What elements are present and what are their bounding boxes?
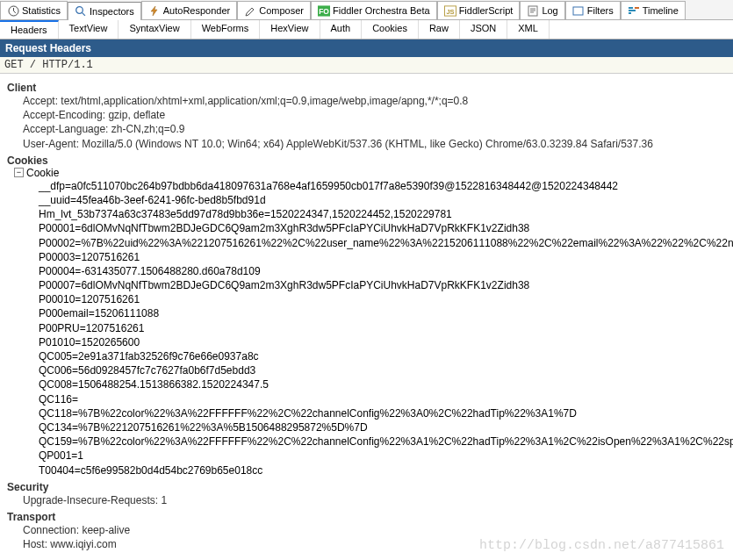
section-title: Request Headers — [0, 39, 733, 57]
cookie-item[interactable]: P00004=-631435077.1506488280.d60a78d109 — [39, 264, 726, 278]
cookie-item[interactable]: T00404=c5f6e99582b0d4d54bc2769b65e018cc — [39, 463, 726, 477]
tree-collapse-icon[interactable]: − — [14, 168, 24, 177]
subtab-auth[interactable]: Auth — [320, 20, 363, 39]
tab-inspectors[interactable]: Inspectors — [68, 2, 141, 20]
tab-filters[interactable]: Filters — [565, 1, 621, 19]
tab-label: Log — [542, 5, 557, 16]
cookie-item[interactable]: P00002=%7B%22uid%22%3A%221207516261%22%2… — [39, 236, 726, 250]
subtab-headers[interactable]: Headers — [0, 20, 59, 39]
cookie-item[interactable]: P00007=6dlOMvNqNfTbwm2BDJeGDC6Q9am2m3Xgh… — [39, 278, 726, 292]
header-line[interactable]: Accept: text/html,application/xhtml+xml,… — [7, 94, 726, 108]
tab-label: Filters — [587, 5, 614, 16]
header-line[interactable]: Host: www.iqiyi.com — [7, 537, 726, 551]
cookie-item[interactable]: P000email=15206111088 — [39, 306, 726, 320]
subtab-xml[interactable]: XML — [507, 20, 550, 39]
cookie-item[interactable]: QC008=1506488254.1513866382.1520224347.5 — [39, 377, 726, 391]
header-line[interactable]: Connection: keep-alive — [7, 523, 726, 537]
tab-timeline[interactable]: Timeline — [621, 1, 686, 19]
cookie-item[interactable]: QC006=56d0928457fc7c7627fa0b6f7d5ebdd3 — [39, 363, 726, 377]
tab-label: AutoResponder — [163, 5, 230, 16]
request-line: GET / HTTP/1.1 — [0, 57, 733, 74]
headers-panel: Client Accept: text/html,application/xht… — [0, 74, 733, 556]
group-client: Client — [7, 82, 726, 94]
cookie-item[interactable]: P00003=1207516261 — [39, 250, 726, 264]
cookie-item[interactable]: QC116= — [39, 392, 726, 406]
cookie-items: __dfp=a0fc511070bc264b97bdbb6da418097631… — [7, 179, 726, 477]
subtab-syntaxview[interactable]: SyntaxView — [119, 20, 190, 39]
tab-autoresponder[interactable]: AutoResponder — [141, 1, 237, 19]
inspector-sub-tabs: Headers TextView SyntaxView WebForms Hex… — [0, 20, 733, 39]
subtab-json[interactable]: JSON — [460, 20, 507, 39]
cookie-item[interactable]: P01010=1520265600 — [39, 335, 726, 349]
group-security: Security — [7, 481, 726, 493]
tab-label: Statistics — [22, 5, 61, 16]
group-cookies: Cookies — [7, 154, 726, 167]
tab-fiddlerscript[interactable]: JS FiddlerScript — [437, 1, 521, 19]
edit-icon — [244, 4, 256, 17]
header-line[interactable]: Accept-Encoding: gzip, deflate — [7, 108, 726, 122]
svg-rect-7 — [573, 7, 583, 15]
tab-label: Inspectors — [90, 6, 134, 17]
tab-fiddler-orchestra[interactable]: FO Fiddler Orchestra Beta — [311, 1, 437, 19]
cookie-item[interactable]: __dfp=a0fc511070bc264b97bdbb6da418097631… — [39, 179, 726, 193]
subtab-cookies[interactable]: Cookies — [362, 20, 419, 39]
log-icon — [527, 4, 539, 17]
cookie-item[interactable]: QC118=%7B%22color%22%3A%22FFFFFF%22%2C%2… — [39, 406, 726, 420]
svg-text:JS: JS — [446, 7, 454, 15]
subtab-textview[interactable]: TextView — [59, 20, 119, 39]
tab-label: FiddlerScript — [459, 5, 514, 16]
tab-composer[interactable]: Composer — [237, 1, 311, 19]
cookie-item[interactable]: QC159=%7B%22color%22%3A%22FFFFFF%22%2C%2… — [39, 434, 726, 449]
cookie-item[interactable]: Hm_lvt_53b7374a63c37483e5dd97d78d9bb36e=… — [39, 207, 726, 221]
tab-label: Timeline — [643, 5, 679, 16]
subtab-hexview[interactable]: HexView — [260, 20, 320, 39]
main-tabs-bar: Statistics Inspectors AutoResponder Comp… — [0, 0, 733, 20]
tab-log[interactable]: Log — [520, 1, 564, 19]
tab-label: Composer — [259, 5, 304, 16]
js-icon: JS — [444, 4, 456, 17]
header-line[interactable]: Accept-Language: zh-CN,zh;q=0.9 — [7, 122, 726, 136]
bolt-icon — [148, 4, 161, 17]
header-line[interactable]: User-Agent: Mozilla/5.0 (Windows NT 10.0… — [7, 137, 726, 151]
cookie-item[interactable]: P00001=6dlOMvNqNfTbwm2BDJeGDC6Q9am2m3Xgh… — [39, 221, 726, 235]
group-transport: Transport — [7, 511, 726, 523]
filter-icon — [572, 4, 585, 17]
clock-icon — [7, 4, 19, 17]
cookie-item[interactable]: P00PRU=1207516261 — [39, 321, 726, 335]
cookie-node-label[interactable]: Cookie — [26, 167, 59, 179]
tab-statistics[interactable]: Statistics — [0, 1, 68, 19]
header-line[interactable]: Upgrade-Insecure-Requests: 1 — [7, 493, 726, 507]
subtab-webforms[interactable]: WebForms — [191, 20, 261, 39]
cookie-item[interactable]: QC005=2e91a371fab32526f9c76e66e0937a8c — [39, 349, 726, 363]
timeline-icon — [628, 4, 640, 17]
fo-icon: FO — [318, 4, 330, 17]
magnifier-icon — [75, 5, 87, 18]
svg-point-1 — [76, 7, 83, 14]
svg-text:FO: FO — [319, 6, 329, 15]
cookie-item[interactable]: QC134=%7B%221207516261%22%3A%5B150648829… — [39, 420, 726, 434]
cookie-item[interactable]: __uuid=45fea46b-3eef-6241-96fc-bed8b5fbd… — [39, 193, 726, 207]
tab-label: Fiddler Orchestra Beta — [333, 5, 430, 16]
cookie-item[interactable]: P00010=1207516261 — [39, 292, 726, 306]
subtab-raw[interactable]: Raw — [419, 20, 460, 39]
cookie-item[interactable]: QP001=1 — [39, 449, 726, 463]
